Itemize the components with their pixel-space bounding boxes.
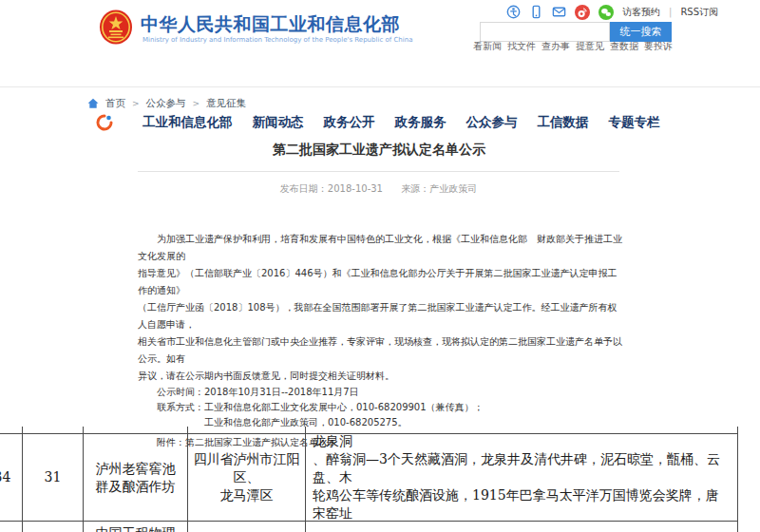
table-cell (23, 427, 84, 434)
breadcrumb: 首页 > 公众参与 > 意见征集 (87, 97, 246, 110)
unified-search-input[interactable] (480, 22, 610, 42)
article-source: 来源：产业政策司 (401, 183, 477, 194)
quick-link-services[interactable]: 查办事 (542, 40, 570, 53)
breadcrumb-public-participation[interactable]: 公众参与 (146, 97, 186, 110)
table-cell-core-items: 明万历年间4口和清代1615口酿酒窖池，16处酿酒古作坊，纯阳洞、龙泉洞 、醉翁… (306, 434, 738, 522)
contact-line-1: 联系方式：工业和信息化部工业文化发展中心，010-68209901（兼传真）； (138, 400, 624, 415)
quick-link-data[interactable]: 查数据 (610, 40, 638, 53)
table-cell-number: 31 (23, 434, 84, 522)
ministry-title[interactable]: 中华人民共和国工业和信息化部 (141, 12, 400, 37)
table-cell-heritage-name: 泸州老窖窖池 群及酿酒作坊 (84, 434, 188, 522)
publish-date: 发布日期：2018-10-31 (280, 183, 383, 194)
national-emblem-logo (99, 9, 133, 46)
main-navbar: 工业和信息化部 新闻动态 政务公开 政务服务 公众参与 工信数据 专题专栏 (0, 53, 760, 86)
mail-icon[interactable] (552, 5, 566, 19)
article-body: 为加强工业遗产保护和利用，培育和发展有中国特色的工业文化，根据《工业和信息化部 … (138, 231, 624, 450)
nav-item-gov-services[interactable]: 政务服务 (395, 114, 446, 131)
article-meta: 发布日期：2018-10-31 来源：产业政策司 (138, 182, 619, 196)
breadcrumb-opinion-solicitation[interactable]: 意见征集 (206, 97, 246, 110)
home-icon[interactable] (87, 98, 99, 109)
table-cell-index: 34 (0, 434, 23, 522)
rss-subscribe-link[interactable]: RSS订阅 (680, 6, 718, 19)
table-cell (188, 427, 306, 434)
title-divider (138, 171, 619, 172)
table-cell (188, 522, 306, 532)
table-cell (84, 427, 188, 434)
nav-item-gov-affairs[interactable]: 政务公开 (324, 114, 375, 131)
nav-item-public-participation[interactable]: 公众参与 (466, 114, 518, 131)
unified-search-button[interactable]: 统一搜索 (610, 22, 672, 42)
article-paragraph: 为加强工业遗产保护和利用，培育和发展有中国特色的工业文化，根据《工业和信息化部 … (138, 231, 624, 385)
visitor-appointment-link[interactable]: 访客预约 (622, 6, 660, 19)
wechat-icon[interactable] (598, 5, 614, 20)
table-cell (0, 427, 23, 434)
nav-item-special-topics[interactable]: 专题专栏 (609, 114, 660, 131)
heritage-list-table: 34 31 泸州老窖窖池 群及酿酒作坊 四川省泸州市江阳区、 龙马潭区 明万历年… (0, 427, 738, 532)
table-cell (23, 522, 84, 532)
article-title: 第二批国家工业遗产拟认定名单公示 (138, 142, 620, 159)
topbar: 访客预约 | RSS订阅 (506, 4, 718, 20)
table-cell (0, 522, 23, 532)
quick-link-files[interactable]: 找文件 (507, 40, 536, 53)
breadcrumb-separator: > (193, 99, 200, 108)
breadcrumb-separator: > (132, 99, 140, 108)
topbar-divider: | (669, 7, 672, 17)
table-cell (306, 522, 738, 532)
table-cell (306, 427, 738, 434)
quick-link-suggestions[interactable]: 提意见 (576, 40, 604, 53)
nav-divider (0, 86, 760, 87)
ministry-title-english: Ministry of Industry and Information Tec… (142, 36, 412, 44)
page: 中华人民共和国工业和信息化部 Ministry of Industry and … (0, 0, 760, 532)
nav-item-news[interactable]: 新闻动态 (253, 114, 304, 131)
table-cell-location: 四川省泸州市江阳区、 龙马潭区 (188, 434, 306, 522)
nav-item-industry-data[interactable]: 工信数据 (538, 114, 589, 131)
quick-link-news[interactable]: 看新闻 (473, 40, 502, 53)
miit-e-logo-icon[interactable] (95, 113, 114, 132)
nav-item-miit[interactable]: 工业和信息化部 (142, 114, 233, 131)
mobile-icon[interactable] (529, 5, 543, 19)
publicity-period-line: 公示时间：2018年10月31日--2018年11月7日 (138, 385, 624, 400)
breadcrumb-home[interactable]: 首页 (105, 97, 125, 110)
accessibility-icon[interactable] (506, 5, 521, 19)
quick-link-complaints[interactable]: 要投诉 (644, 40, 673, 53)
quick-links: 看新闻 找文件 查办事 提意见 查数据 要投诉 (473, 40, 673, 53)
weibo-icon[interactable] (575, 5, 590, 20)
table-cell-heritage-name: 中国工程物理 (84, 522, 188, 532)
